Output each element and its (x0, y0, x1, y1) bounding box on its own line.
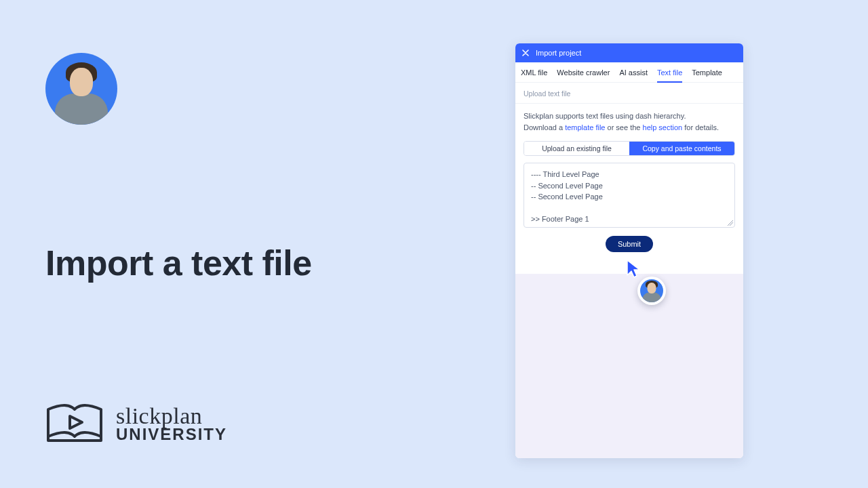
book-play-icon (45, 403, 104, 445)
input-mode-toggle: Upload an existing file Copy and paste c… (524, 141, 735, 156)
content-textarea[interactable]: ---- Third Level Page -- Second Level Pa… (524, 163, 735, 228)
help-section-link[interactable]: help section (643, 123, 683, 131)
import-panel: Import project XML file Website crawler … (515, 43, 743, 458)
desc-mid: or see the (605, 123, 642, 131)
desc-prefix: Download a (524, 123, 565, 131)
copy-paste-contents-button[interactable]: Copy and paste contents (629, 142, 734, 155)
template-file-link[interactable]: template file (565, 123, 605, 131)
upload-existing-file-button[interactable]: Upload an existing file (524, 142, 629, 155)
tab-xml-file[interactable]: XML file (521, 62, 547, 82)
panel-lower-bg (515, 274, 743, 458)
desc-line1: Slickplan supports text files using dash… (524, 110, 735, 122)
tab-text-file[interactable]: Text file (657, 62, 682, 82)
panel-header: Import project (515, 43, 743, 62)
cursor-avatar (637, 277, 666, 305)
description: Slickplan supports text files using dash… (515, 104, 743, 141)
presenter-avatar (45, 53, 117, 125)
tabs: XML file Website crawler AI assist Text … (515, 62, 743, 83)
section-label: Upload text file (515, 83, 743, 104)
tab-website-crawler[interactable]: Website crawler (557, 62, 610, 82)
close-icon[interactable] (521, 48, 530, 58)
brand-logo: slickplan UNIVERSITY (45, 403, 227, 445)
submit-button[interactable]: Submit (606, 236, 653, 252)
tab-template[interactable]: Template (692, 62, 722, 82)
tab-ai-assist[interactable]: AI assist (619, 62, 648, 82)
panel-title: Import project (536, 49, 581, 57)
brand-name: slickplan (116, 405, 227, 428)
brand-sub: UNIVERSITY (116, 426, 227, 443)
desc-suffix: for details. (682, 123, 719, 131)
page-title: Import a text file (45, 243, 312, 283)
